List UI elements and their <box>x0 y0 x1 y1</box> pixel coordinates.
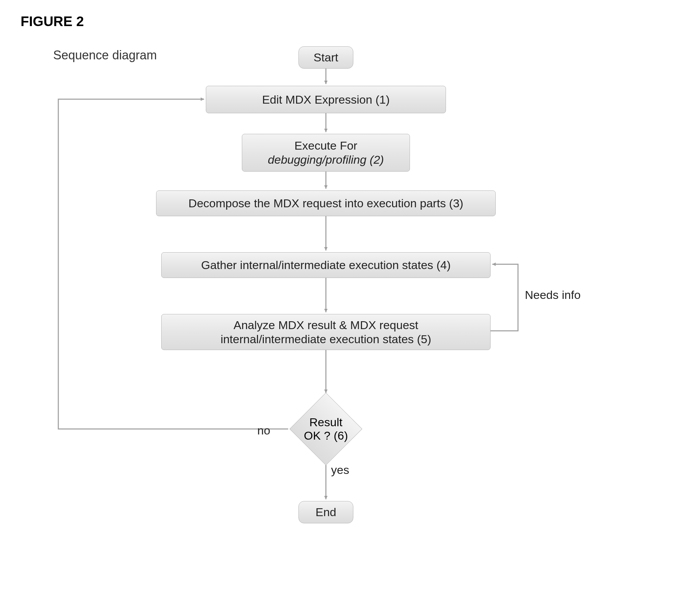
gather-node: Gather internal/intermediate execution s… <box>161 252 491 278</box>
start-label: Start <box>314 50 338 65</box>
decision-label-line2: OK ? (6) <box>304 429 348 442</box>
decompose-node: Decompose the MDX request into execution… <box>156 190 496 216</box>
no-label: no <box>257 424 270 437</box>
decision-label-group: Result OK ? (6) <box>290 393 362 465</box>
decision-node: Result OK ? (6) <box>290 393 362 465</box>
edit-label: Edit MDX Expression (1) <box>262 93 390 107</box>
yes-label: yes <box>331 463 349 477</box>
needs-info-label: Needs info <box>525 288 581 302</box>
gather-label: Gather internal/intermediate execution s… <box>201 258 451 272</box>
analyze-node: Analyze MDX result & MDX request interna… <box>161 314 491 350</box>
decompose-label: Decompose the MDX request into execution… <box>188 196 463 210</box>
start-node: Start <box>298 46 353 69</box>
end-node: End <box>298 501 353 523</box>
flowchart-container: FIGURE 2 Sequence diagram Start Edit MDX… <box>14 14 666 597</box>
end-label: End <box>316 505 337 519</box>
analyze-label-line1: Analyze MDX result & MDX request <box>234 318 419 332</box>
execute-node: Execute For debugging/profiling (2) <box>242 134 410 172</box>
execute-label-line1: Execute For <box>294 139 357 153</box>
decision-label-line1: Result <box>309 416 342 429</box>
analyze-label-line2: internal/intermediate execution states (… <box>221 332 431 346</box>
figure-title: FIGURE 2 <box>21 14 84 29</box>
edit-node: Edit MDX Expression (1) <box>206 86 446 113</box>
subtitle: Sequence diagram <box>53 48 157 62</box>
execute-label-line2: debugging/profiling (2) <box>268 153 384 167</box>
